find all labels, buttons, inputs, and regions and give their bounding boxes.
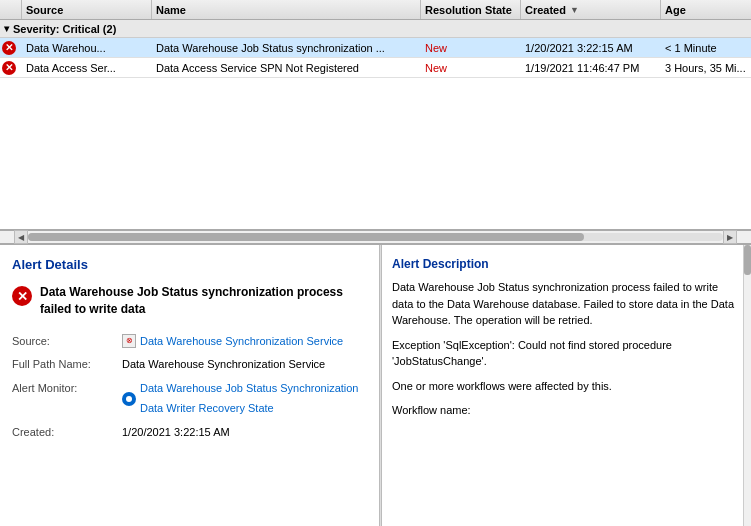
critical-error-icon: ✕ <box>2 41 16 55</box>
td-error-icon-2: ✕ <box>0 58 22 77</box>
monitor-icon <box>122 392 136 406</box>
th-age[interactable]: Age <box>661 0 751 19</box>
td-source-1: Data Warehou... <box>22 38 152 57</box>
alert-error-icon: ✕ <box>12 286 32 306</box>
group-expand-icon: ▾ <box>4 23 9 34</box>
monitor-value: Data Warehouse Job Status Synchronizatio… <box>122 379 367 419</box>
group-row-critical[interactable]: ▾ Severity: Critical (2) <box>0 20 751 38</box>
source-label: Source: <box>12 332 122 352</box>
fullpath-value: Data Warehouse Synchronization Service <box>122 355 367 375</box>
source-link[interactable]: ⊗ Data Warehouse Synchronization Service <box>122 332 367 352</box>
td-name-1: Data Warehouse Job Status synchronizatio… <box>152 38 421 57</box>
table-row[interactable]: ✕ Data Access Ser... Data Access Service… <box>0 58 751 78</box>
hscroll-track[interactable] <box>28 233 723 241</box>
monitor-link[interactable]: Data Warehouse Job Status Synchronizatio… <box>122 379 367 419</box>
created-label: Created: <box>12 423 122 443</box>
hscroll-thumb[interactable] <box>28 233 584 241</box>
detail-left: Alert Details ✕ Data Warehouse Job Statu… <box>0 245 380 526</box>
monitor-label: Alert Monitor: <box>12 379 122 399</box>
desc-para-2: Exception 'SqlException': Could not find… <box>392 337 739 370</box>
detail-panel: Alert Details ✕ Data Warehouse Job Statu… <box>0 244 751 526</box>
field-monitor: Alert Monitor: Data Warehouse Job Status… <box>12 379 367 419</box>
td-age-1: < 1 Minute <box>661 38 751 57</box>
created-value: 1/20/2021 3:22:15 AM <box>122 423 367 443</box>
detail-right: Alert Description Data Warehouse Job Sta… <box>380 245 751 526</box>
field-fullpath: Full Path Name: Data Warehouse Synchroni… <box>12 355 367 375</box>
scroll-left-button[interactable]: ◀ <box>14 230 28 244</box>
alert-summary: ✕ Data Warehouse Job Status synchronizat… <box>12 284 367 318</box>
datasvc-icon: ⊗ <box>122 334 136 348</box>
td-resolution-1: New <box>421 38 521 57</box>
desc-para-3: One or more workflows were affected by t… <box>392 378 739 395</box>
alert-summary-text: Data Warehouse Job Status synchronizatio… <box>40 284 367 318</box>
td-name-2: Data Access Service SPN Not Registered <box>152 58 421 77</box>
sort-desc-icon: ▼ <box>570 5 579 15</box>
td-resolution-2: New <box>421 58 521 77</box>
table-header: Source Name Resolution State Created ▼ A… <box>0 0 751 20</box>
detail-title: Alert Details <box>12 257 367 272</box>
desc-para-1: Data Warehouse Job Status synchronizatio… <box>392 279 739 329</box>
td-created-1: 1/20/2021 3:22:15 AM <box>521 38 661 57</box>
vscroll-thumb[interactable] <box>744 245 751 275</box>
td-created-2: 1/19/2021 11:46:47 PM <box>521 58 661 77</box>
th-resolution[interactable]: Resolution State <box>421 0 521 19</box>
table-row[interactable]: ✕ Data Warehou... Data Warehouse Job Sta… <box>0 38 751 58</box>
td-error-icon-1: ✕ <box>0 38 22 57</box>
critical-error-icon: ✕ <box>2 61 16 75</box>
panel-resize-handle[interactable] <box>379 245 382 526</box>
description-title: Alert Description <box>392 257 739 271</box>
fullpath-label: Full Path Name: <box>12 355 122 375</box>
description-text: Data Warehouse Job Status synchronizatio… <box>392 279 739 419</box>
td-age-2: 3 Hours, 35 Mi... <box>661 58 751 77</box>
th-name[interactable]: Name <box>152 0 421 19</box>
th-icon <box>0 0 22 19</box>
th-source[interactable]: Source <box>22 0 152 19</box>
source-value: ⊗ Data Warehouse Synchronization Service <box>122 332 367 352</box>
vertical-scrollbar[interactable] <box>743 245 751 526</box>
td-source-2: Data Access Ser... <box>22 58 152 77</box>
th-created[interactable]: Created ▼ <box>521 0 661 19</box>
scroll-right-button[interactable]: ▶ <box>723 230 737 244</box>
field-source: Source: ⊗ Data Warehouse Synchronization… <box>12 332 367 352</box>
field-created: Created: 1/20/2021 3:22:15 AM <box>12 423 367 443</box>
detail-fields: Source: ⊗ Data Warehouse Synchronization… <box>12 332 367 443</box>
horizontal-scrollbar[interactable]: ◀ ▶ <box>0 230 751 244</box>
desc-para-4: Workflow name: <box>392 402 739 419</box>
